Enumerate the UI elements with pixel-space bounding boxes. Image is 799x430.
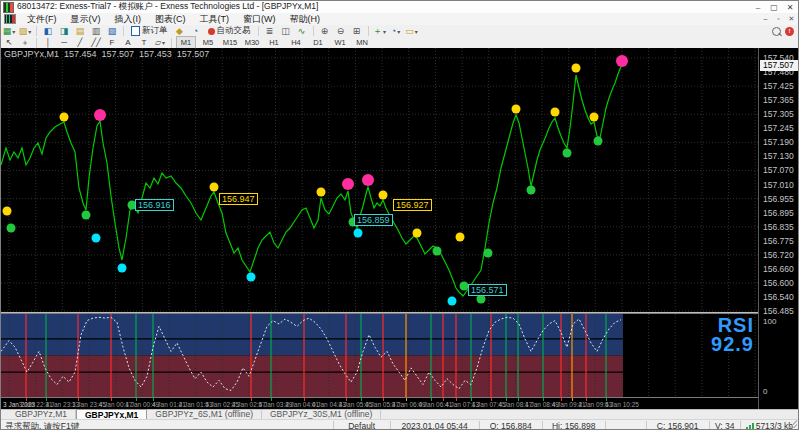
status-segment — [606, 421, 647, 430]
channel-tool-button[interactable]: ╱╱ — [89, 37, 103, 48]
indicators-button[interactable]: ＋▾ — [373, 26, 387, 37]
chart-tab[interactable]: GBPJPYz_30S,M1 (offline) — [262, 409, 381, 419]
resize-grip[interactable] — [789, 420, 797, 428]
event-tick — [471, 398, 472, 401]
chart-tab[interactable]: GBPJPYz,M1 — [7, 409, 76, 419]
event-tick — [383, 398, 384, 401]
event-tick — [572, 398, 573, 401]
chart-open: 157.454 — [64, 49, 97, 59]
price-tick: 156.660 — [763, 265, 794, 274]
event-tick — [491, 398, 492, 401]
status-bar: 寻求帮助, 请按F1键 Default2023.01.04 05:44O: 15… — [1, 419, 798, 430]
candlestick-chart-button[interactable]: ◫ — [279, 26, 293, 37]
child-window-controls: – ▫ ✕ — [759, 15, 798, 23]
new-order-icon — [131, 26, 140, 36]
vertical-line-tool-button[interactable]: │ — [41, 37, 55, 48]
child-close-button[interactable]: ✕ — [785, 15, 798, 23]
horizontal-line-tool-button[interactable]: ─ — [57, 37, 71, 48]
chart-child-icon — [4, 14, 16, 24]
menu-item[interactable]: 插入(I) — [108, 14, 149, 24]
child-restore-button[interactable]: ▫ — [772, 15, 785, 23]
current-price-tag: 157.507 — [760, 60, 799, 71]
maximize-button[interactable]: ▢ — [766, 3, 782, 12]
event-tick — [361, 398, 362, 401]
child-minimize-button[interactable]: – — [759, 15, 772, 23]
menu-item[interactable]: 文件(F) — [20, 14, 64, 24]
status-segment: Default — [334, 421, 391, 430]
crosshair-tool-button[interactable]: ＋ — [18, 37, 32, 48]
event-tick — [153, 398, 154, 401]
mql5-community-icon[interactable]: ! — [785, 27, 794, 36]
terminal-button[interactable]: ▥ — [89, 26, 103, 37]
price-tick: 156.835 — [763, 223, 794, 232]
menu-items: 文件(F)显示(V)插入(I)图表(C)工具(T)窗口(W)帮助(H) — [20, 13, 327, 25]
new-order-button[interactable]: 新订单 — [128, 26, 171, 37]
price-tick: 157.190 — [763, 138, 794, 147]
shapes-tool-button[interactable]: ▱▾ — [153, 37, 167, 48]
chart-ohlc-header: GBPJPYx,M1 157.454 157.507 157.453 157.5… — [4, 49, 209, 59]
zoom-in-button[interactable]: ⊕ — [318, 26, 332, 37]
search-icon[interactable] — [772, 27, 781, 36]
text-tool-button[interactable]: A — [121, 37, 135, 48]
rsi-indicator-canvas[interactable] — [1, 314, 758, 397]
strategy-tester-button[interactable]: ▧ — [105, 26, 119, 37]
price-tick: 156.955 — [763, 195, 794, 204]
menu-item[interactable]: 帮助(H) — [283, 14, 328, 24]
autotrading-icon — [208, 28, 215, 35]
menu-item[interactable]: 显示(V) — [64, 14, 108, 24]
close-button[interactable]: ✕ — [782, 3, 798, 12]
templates-button[interactable]: ▭▾ — [405, 26, 419, 37]
event-tick — [456, 398, 457, 401]
price-chart-canvas[interactable] — [1, 48, 758, 312]
event-tick — [606, 398, 607, 401]
menu-item[interactable]: 窗口(W) — [236, 14, 283, 24]
window-title: 68013472: Exness-Trial7 - 模拟账户 - Exness … — [17, 1, 318, 13]
minimize-button[interactable]: – — [750, 3, 766, 12]
status-segments: Default2023.01.04 05:44O: 156.884Hi: 156… — [334, 421, 741, 430]
price-tick: 157.365 — [763, 96, 794, 105]
event-tick — [431, 398, 432, 401]
app-icon — [3, 2, 14, 13]
chart-tab[interactable]: GBPJPYz_6S,M1 (offline) — [147, 409, 262, 419]
bar-chart-button[interactable]: ≣ — [263, 26, 277, 37]
status-segment: O: 156.884 — [480, 421, 543, 430]
metaeditor-button[interactable]: ◆ — [173, 26, 187, 37]
time-tick: 4 Jan 10:25 — [605, 401, 639, 408]
market-watch-button[interactable]: ◧ — [41, 26, 55, 37]
event-tick — [78, 398, 79, 401]
profiles-button[interactable]: ▨▾ — [18, 26, 32, 37]
event-tick — [346, 398, 347, 401]
status-segment: 2023.01.04 05:44 — [391, 421, 480, 430]
event-tick — [443, 398, 444, 401]
menu-item[interactable]: 工具(T) — [193, 14, 237, 24]
cursor-tool-button[interactable]: ↖ — [2, 37, 16, 48]
label-tool-button[interactable]: T — [137, 37, 151, 48]
new-chart-button[interactable]: ▦▾ — [2, 26, 16, 37]
status-segment: Hi: 156.898 — [543, 421, 606, 430]
menu-item[interactable]: 图表(C) — [148, 14, 193, 24]
event-tick — [586, 398, 587, 401]
rsi-axis-min: 0 — [763, 387, 767, 396]
autotrading-button[interactable]: 自动交易 — [205, 26, 254, 37]
market-button[interactable]: ◔ — [189, 26, 203, 37]
price-tick: 157.305 — [763, 110, 794, 119]
event-tick — [251, 398, 252, 401]
price-axis[interactable]: 157.540157.480157.425157.365157.305157.2… — [758, 48, 799, 409]
event-tick — [271, 398, 272, 401]
event-tick — [518, 398, 519, 401]
data-window-button[interactable]: ◨ — [57, 26, 71, 37]
status-help-text: 寻求帮助, 请按F1键 — [1, 421, 334, 430]
price-tick: 156.600 — [763, 279, 794, 288]
time-axis[interactable]: 3 Jan 20233 Jan 22:413 Jan 23:133 Jan 23… — [1, 398, 758, 409]
navigator-button[interactable]: ▤ — [73, 26, 87, 37]
price-tick: 157.245 — [763, 124, 794, 133]
price-tick: 156.895 — [763, 209, 794, 218]
chart-area[interactable]: GBPJPYx,M1 157.454 157.507 157.453 157.5… — [1, 48, 799, 409]
zoom-out-button[interactable]: ⊖ — [334, 26, 348, 37]
periods-button[interactable]: ◔▾ — [389, 26, 403, 37]
grid-button[interactable]: ⊞ — [350, 26, 364, 37]
trendline-tool-button[interactable]: ╱ — [73, 37, 87, 48]
price-tick: 157.010 — [763, 181, 794, 190]
fibonacci-tool-button[interactable]: F — [105, 37, 119, 48]
line-chart-button[interactable]: ∿ — [295, 26, 309, 37]
